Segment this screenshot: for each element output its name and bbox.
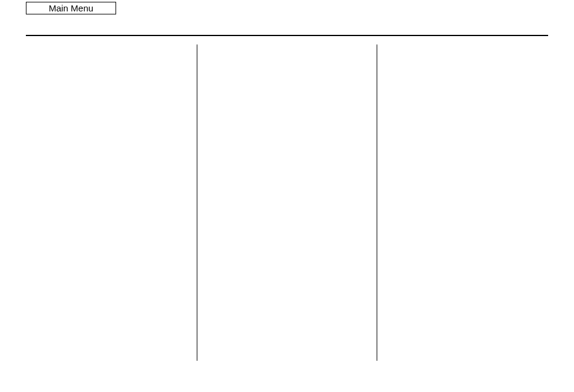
divider-line: [26, 35, 548, 36]
column-middle: [197, 44, 377, 361]
column-left: [26, 44, 197, 361]
header-bar: Main Menu: [26, 2, 548, 14]
main-menu-button[interactable]: Main Menu: [26, 2, 116, 14]
column-right: [377, 44, 548, 361]
content-columns: [26, 44, 548, 361]
